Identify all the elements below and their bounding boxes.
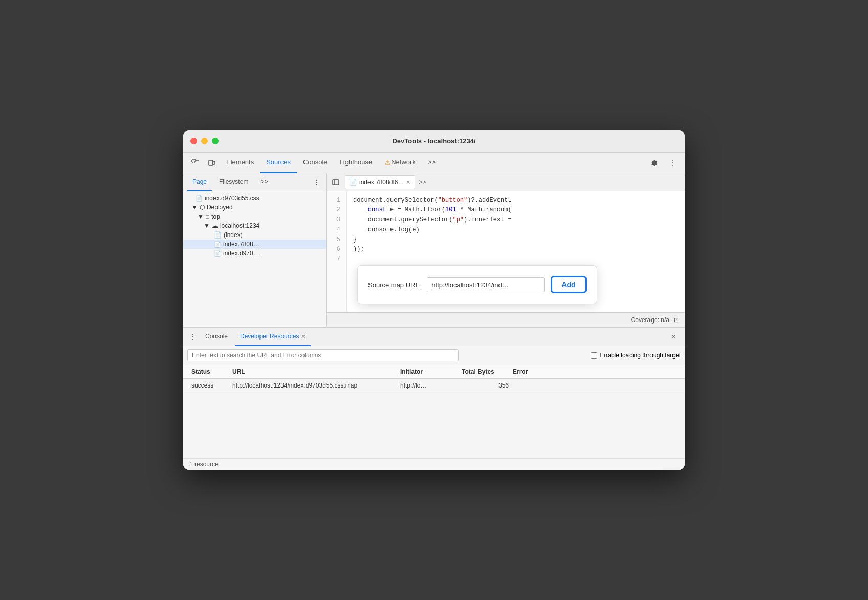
code-line-3: document.querySelector("p").innerText = bbox=[353, 215, 679, 225]
tab-lighthouse[interactable]: Lighthouse bbox=[334, 153, 379, 173]
col-header-url: URL bbox=[230, 367, 398, 376]
col-header-error: Error bbox=[511, 367, 679, 376]
main-content-area: Page Filesystem >> ⋮ 📄 index.d9703d55.cs… bbox=[183, 173, 685, 327]
code-line-5: } bbox=[353, 235, 679, 245]
row-url: http://localhost:1234/index.d9703d55.css… bbox=[230, 381, 398, 390]
editor-panel: 📄 index.7808df6… × >> 1 2 3 4 5 6 bbox=[327, 173, 685, 327]
tree-item-localhost[interactable]: ▼ ☁ localhost:1234 bbox=[183, 221, 326, 230]
resource-count-label: 1 resource bbox=[189, 461, 219, 468]
subtab-page[interactable]: Page bbox=[187, 173, 212, 191]
line-numbers: 1 2 3 4 5 6 7 bbox=[327, 191, 347, 312]
col-header-initiator: Initiator bbox=[398, 367, 460, 376]
row-status: success bbox=[189, 381, 230, 390]
minimize-button[interactable] bbox=[201, 138, 208, 144]
row-error bbox=[511, 381, 679, 390]
code-line-7 bbox=[353, 254, 679, 264]
code-line-6: )); bbox=[353, 245, 679, 254]
title-bar: DevTools - localhost:1234/ bbox=[183, 130, 685, 153]
code-line-2: const e = Math.floor(101 * Math.random( bbox=[353, 205, 679, 215]
tree-item-css2[interactable]: 📄 index.d970… bbox=[183, 249, 326, 258]
svg-rect-2 bbox=[209, 160, 213, 165]
bottom-tab-console[interactable]: Console bbox=[200, 328, 233, 346]
tab-sources[interactable]: Sources bbox=[260, 153, 297, 173]
window-controls bbox=[190, 138, 219, 144]
add-source-map-button[interactable]: Add bbox=[551, 276, 586, 293]
table-header: Status URL Initiator Total Bytes Error bbox=[183, 365, 685, 379]
left-panel-more-btn[interactable]: ⋮ bbox=[311, 177, 322, 187]
editor-active-tab[interactable]: 📄 index.7808df6… × bbox=[345, 175, 415, 189]
tab-network[interactable]: ⚠ Network bbox=[378, 153, 422, 173]
device-mode-icon[interactable] bbox=[204, 155, 220, 171]
tab-elements[interactable]: Elements bbox=[220, 153, 260, 173]
developer-resources-content: Enable loading through target Status URL… bbox=[183, 346, 685, 470]
dev-resources-search-input[interactable] bbox=[187, 349, 459, 361]
js-file-icon: 📄 bbox=[214, 241, 221, 248]
cloud-icon: ☁ bbox=[212, 222, 218, 229]
close-developer-resources-tab[interactable]: × bbox=[301, 332, 305, 340]
select-element-icon[interactable] bbox=[187, 155, 204, 171]
devtools-window: DevTools - localhost:1234/ Elements Sour… bbox=[183, 130, 685, 470]
bottom-status-bar: 1 resource bbox=[183, 458, 685, 470]
tabs-right-actions: ⋮ bbox=[646, 155, 681, 171]
subtab-filesystem[interactable]: Filesystem bbox=[214, 173, 253, 191]
editor-tab-label: index.7808df6… bbox=[359, 179, 404, 186]
tree-item-deployed[interactable]: ▼ ⬡ Deployed bbox=[183, 203, 326, 212]
expand-icon: ▼ bbox=[191, 204, 198, 211]
row-initiator: http://lo… bbox=[398, 381, 460, 390]
svg-rect-0 bbox=[192, 159, 195, 162]
bottom-tab-developer-resources[interactable]: Developer Resources × bbox=[235, 328, 311, 346]
enable-loading-label: Enable loading through target bbox=[600, 352, 681, 359]
maximize-button[interactable] bbox=[212, 138, 219, 144]
coverage-label: Coverage: n/a bbox=[631, 316, 669, 324]
table-empty-area bbox=[183, 393, 685, 458]
svg-rect-3 bbox=[213, 161, 215, 164]
bottom-panel-more-btn[interactable]: ⋮ bbox=[187, 332, 198, 341]
warning-icon: ⚠ bbox=[384, 158, 391, 166]
tree-item-css[interactable]: 📄 index.d9703d55.css bbox=[183, 194, 326, 203]
code-line-1: document.querySelector("button")?.addEve… bbox=[353, 196, 679, 205]
left-panel: Page Filesystem >> ⋮ 📄 index.d9703d55.cs… bbox=[183, 173, 327, 327]
bottom-right-actions: × bbox=[666, 330, 681, 344]
col-header-status: Status bbox=[189, 367, 230, 376]
tree-item-index[interactable]: 📄 (index) bbox=[183, 230, 326, 240]
editor-tab-bar: 📄 index.7808df6… × >> bbox=[327, 173, 685, 191]
window-icon: □ bbox=[206, 213, 209, 220]
more-editor-tabs-button[interactable]: >> bbox=[417, 178, 428, 187]
file-icon: 📄 bbox=[214, 231, 222, 239]
source-map-input[interactable] bbox=[427, 277, 545, 292]
editor-bottom-bar: Coverage: n/a ⊡ bbox=[327, 312, 685, 327]
css-file-icon: 📄 bbox=[196, 195, 203, 202]
tree-item-js[interactable]: 📄 index.7808… bbox=[183, 240, 326, 249]
tab-console[interactable]: Console bbox=[297, 153, 334, 173]
svg-rect-4 bbox=[333, 180, 339, 185]
more-options-icon[interactable]: ⋮ bbox=[664, 155, 681, 171]
subtab-more[interactable]: >> bbox=[255, 173, 273, 191]
row-total-bytes: 356 bbox=[460, 381, 511, 390]
settings-icon[interactable] bbox=[646, 155, 662, 171]
col-header-total-bytes: Total Bytes bbox=[460, 367, 511, 376]
window-title: DevTools - localhost:1234/ bbox=[392, 137, 475, 145]
left-sub-tabs: Page Filesystem >> ⋮ bbox=[183, 173, 326, 191]
source-map-overlay: Source map URL: Add bbox=[357, 265, 597, 304]
tree-item-top[interactable]: ▼ □ top bbox=[183, 212, 326, 221]
bottom-panel: ⋮ Console Developer Resources × × bbox=[183, 327, 685, 470]
main-tab-bar: Elements Sources Console Lighthouse ⚠ Ne… bbox=[183, 153, 685, 173]
enable-loading-checkbox[interactable] bbox=[591, 352, 597, 359]
close-bottom-panel-button[interactable]: × bbox=[666, 330, 681, 344]
expand-icon: ▼ bbox=[198, 213, 204, 220]
code-line-4: console.log(e) bbox=[353, 225, 679, 235]
enable-loading-row: Enable loading through target bbox=[591, 352, 681, 359]
tab-more[interactable]: >> bbox=[422, 153, 442, 173]
editor-file-icon: 📄 bbox=[350, 179, 357, 186]
expand-icon: ▼ bbox=[204, 222, 210, 229]
css-file-icon-2: 📄 bbox=[214, 250, 221, 257]
close-button[interactable] bbox=[190, 138, 197, 144]
coverage-icon[interactable]: ⊡ bbox=[674, 316, 679, 324]
close-tab-button[interactable]: × bbox=[406, 179, 410, 186]
file-tree: 📄 index.d9703d55.css ▼ ⬡ Deployed ▼ □ to… bbox=[183, 191, 326, 327]
sidebar-toggle-button[interactable] bbox=[329, 175, 343, 189]
search-row: Enable loading through target bbox=[183, 346, 685, 365]
cube-icon: ⬡ bbox=[200, 204, 205, 211]
table-row[interactable]: success http://localhost:1234/index.d970… bbox=[183, 379, 685, 393]
source-map-label: Source map URL: bbox=[368, 281, 421, 289]
